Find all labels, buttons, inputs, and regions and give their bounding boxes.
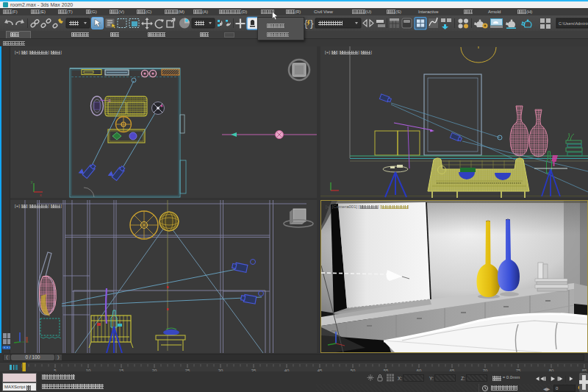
svg-text:C:\Users\Administrator\Doc: C:\Users\Administrator\Doc [559, 21, 588, 26]
svg-text:}: } [310, 18, 314, 29]
svg-text:x: x [40, 193, 42, 197]
svg-text:y: y [31, 179, 33, 184]
svg-text:{: { [304, 18, 308, 29]
